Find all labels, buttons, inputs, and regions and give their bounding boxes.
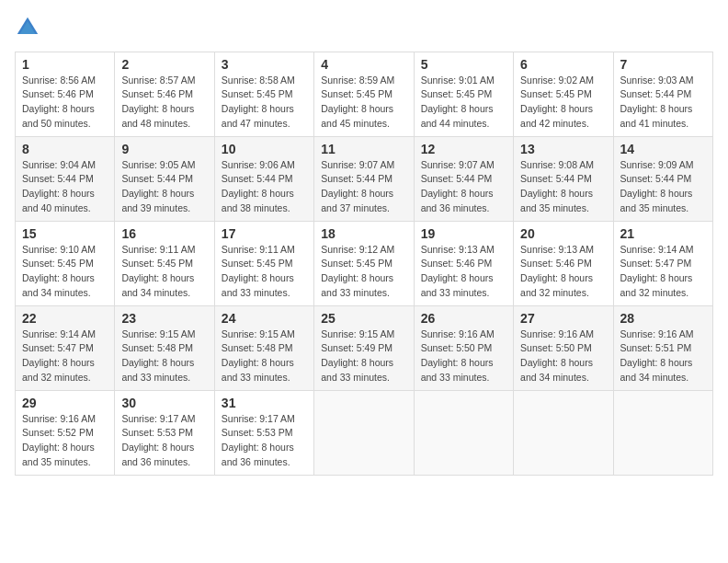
calendar-cell-1-5: 5Sunrise: 9:01 AMSunset: 5:45 PMDaylight… [414, 52, 513, 136]
day-number: 2 [121, 57, 207, 72]
day-number: 29 [22, 396, 108, 410]
day-number: 9 [121, 142, 207, 156]
day-info: Sunrise: 9:16 AMSunset: 5:52 PMDaylight:… [22, 412, 108, 470]
day-number: 6 [520, 57, 606, 72]
day-number: 28 [620, 311, 706, 326]
day-number: 13 [520, 142, 606, 156]
day-info: Sunrise: 9:13 AMSunset: 5:46 PMDaylight:… [421, 243, 506, 301]
day-info: Sunrise: 8:58 AMSunset: 5:45 PMDaylight:… [222, 74, 307, 132]
calendar-cell-2-1: 8Sunrise: 9:04 AMSunset: 5:44 PMDaylight… [16, 136, 115, 221]
calendar-cell-1-6: 6Sunrise: 9:02 AMSunset: 5:45 PMDaylight… [514, 52, 613, 136]
week-row-1: 1Sunrise: 8:56 AMSunset: 5:46 PMDaylight… [16, 52, 713, 136]
day-info: Sunrise: 9:03 AMSunset: 5:44 PMDaylight:… [620, 74, 706, 132]
day-info: Sunrise: 9:17 AMSunset: 5:53 PMDaylight:… [222, 412, 307, 470]
calendar-cell-4-7: 28Sunrise: 9:16 AMSunset: 5:51 PMDayligh… [613, 305, 712, 390]
calendar-cell-5-1: 29Sunrise: 9:16 AMSunset: 5:52 PMDayligh… [16, 390, 115, 475]
week-row-4: 22Sunrise: 9:14 AMSunset: 5:47 PMDayligh… [16, 305, 713, 390]
day-number: 1 [22, 57, 108, 72]
calendar-cell-3-4: 18Sunrise: 9:12 AMSunset: 5:45 PMDayligh… [314, 221, 414, 305]
calendar-cell-2-6: 13Sunrise: 9:08 AMSunset: 5:44 PMDayligh… [514, 136, 613, 221]
calendar-cell-1-1: 1Sunrise: 8:56 AMSunset: 5:46 PMDaylight… [16, 52, 115, 136]
day-info: Sunrise: 9:11 AMSunset: 5:45 PMDaylight:… [121, 243, 207, 301]
calendar-cell-1-4: 4Sunrise: 8:59 AMSunset: 5:45 PMDaylight… [314, 52, 414, 136]
day-number: 31 [222, 396, 307, 410]
day-info: Sunrise: 9:14 AMSunset: 5:47 PMDaylight:… [22, 327, 108, 385]
calendar-cell-5-2: 30Sunrise: 9:17 AMSunset: 5:53 PMDayligh… [115, 390, 214, 475]
day-number: 14 [620, 142, 706, 156]
day-number: 16 [121, 226, 207, 241]
calendar-cell-4-5: 26Sunrise: 9:16 AMSunset: 5:50 PMDayligh… [414, 305, 513, 390]
calendar-cell-4-6: 27Sunrise: 9:16 AMSunset: 5:50 PMDayligh… [514, 305, 613, 390]
logo [15, 15, 44, 40]
week-row-5: 29Sunrise: 9:16 AMSunset: 5:52 PMDayligh… [16, 390, 713, 475]
day-info: Sunrise: 8:59 AMSunset: 5:45 PMDaylight:… [321, 74, 406, 132]
day-info: Sunrise: 9:15 AMSunset: 5:48 PMDaylight:… [121, 327, 207, 385]
day-info: Sunrise: 8:57 AMSunset: 5:46 PMDaylight:… [121, 74, 207, 132]
day-info: Sunrise: 8:56 AMSunset: 5:46 PMDaylight:… [22, 74, 108, 132]
day-number: 26 [421, 311, 506, 326]
day-number: 19 [421, 226, 506, 241]
day-number: 22 [22, 311, 108, 326]
calendar-cell-3-7: 21Sunrise: 9:14 AMSunset: 5:47 PMDayligh… [613, 221, 712, 305]
calendar-cell-2-2: 9Sunrise: 9:05 AMSunset: 5:44 PMDaylight… [115, 136, 214, 221]
day-info: Sunrise: 9:17 AMSunset: 5:53 PMDaylight:… [121, 412, 207, 470]
calendar-cell-3-1: 15Sunrise: 9:10 AMSunset: 5:45 PMDayligh… [16, 221, 115, 305]
week-row-2: 8Sunrise: 9:04 AMSunset: 5:44 PMDaylight… [16, 136, 713, 221]
day-number: 24 [222, 311, 307, 326]
day-info: Sunrise: 9:16 AMSunset: 5:50 PMDaylight:… [421, 327, 506, 385]
calendar-cell-4-1: 22Sunrise: 9:14 AMSunset: 5:47 PMDayligh… [16, 305, 115, 390]
day-info: Sunrise: 9:05 AMSunset: 5:44 PMDaylight:… [121, 158, 207, 216]
day-number: 21 [620, 226, 706, 241]
day-info: Sunrise: 9:10 AMSunset: 5:45 PMDaylight:… [22, 243, 108, 301]
day-info: Sunrise: 9:11 AMSunset: 5:45 PMDaylight:… [222, 243, 307, 301]
day-number: 3 [222, 57, 307, 72]
calendar-cell-5-3: 31Sunrise: 9:17 AMSunset: 5:53 PMDayligh… [214, 390, 313, 475]
calendar-cell-5-5 [414, 390, 513, 475]
day-info: Sunrise: 9:04 AMSunset: 5:44 PMDaylight:… [22, 158, 108, 216]
day-info: Sunrise: 9:12 AMSunset: 5:45 PMDaylight:… [321, 243, 406, 301]
calendar-cell-5-7 [613, 390, 712, 475]
day-info: Sunrise: 9:15 AMSunset: 5:48 PMDaylight:… [222, 327, 307, 385]
day-number: 15 [22, 226, 108, 241]
calendar-cell-5-6 [514, 390, 613, 475]
calendar-table: 1Sunrise: 8:56 AMSunset: 5:46 PMDaylight… [15, 52, 713, 476]
calendar-cell-5-4 [314, 390, 414, 475]
calendar-cell-2-5: 12Sunrise: 9:07 AMSunset: 5:44 PMDayligh… [414, 136, 513, 221]
day-info: Sunrise: 9:06 AMSunset: 5:44 PMDaylight:… [222, 158, 307, 216]
calendar-cell-4-3: 24Sunrise: 9:15 AMSunset: 5:48 PMDayligh… [214, 305, 313, 390]
day-info: Sunrise: 9:14 AMSunset: 5:47 PMDaylight:… [620, 243, 706, 301]
day-info: Sunrise: 9:07 AMSunset: 5:44 PMDaylight:… [421, 158, 506, 216]
calendar-cell-3-5: 19Sunrise: 9:13 AMSunset: 5:46 PMDayligh… [414, 221, 513, 305]
calendar-cell-4-4: 25Sunrise: 9:15 AMSunset: 5:49 PMDayligh… [314, 305, 414, 390]
day-number: 10 [222, 142, 307, 156]
day-number: 18 [321, 226, 406, 241]
day-info: Sunrise: 9:01 AMSunset: 5:45 PMDaylight:… [421, 74, 506, 132]
calendar-cell-3-3: 17Sunrise: 9:11 AMSunset: 5:45 PMDayligh… [214, 221, 313, 305]
calendar-cell-1-3: 3Sunrise: 8:58 AMSunset: 5:45 PMDaylight… [214, 52, 313, 136]
day-info: Sunrise: 9:07 AMSunset: 5:44 PMDaylight:… [321, 158, 406, 216]
day-number: 4 [321, 57, 406, 72]
day-info: Sunrise: 9:13 AMSunset: 5:46 PMDaylight:… [520, 243, 606, 301]
calendar-cell-2-3: 10Sunrise: 9:06 AMSunset: 5:44 PMDayligh… [214, 136, 313, 221]
day-number: 5 [421, 57, 506, 72]
day-number: 7 [620, 57, 706, 72]
calendar-cell-3-6: 20Sunrise: 9:13 AMSunset: 5:46 PMDayligh… [514, 221, 613, 305]
day-number: 27 [520, 311, 606, 326]
calendar-cell-4-2: 23Sunrise: 9:15 AMSunset: 5:48 PMDayligh… [115, 305, 214, 390]
day-info: Sunrise: 9:02 AMSunset: 5:45 PMDaylight:… [520, 74, 606, 132]
day-number: 8 [22, 142, 108, 156]
day-number: 17 [222, 226, 307, 241]
page-header [15, 15, 713, 40]
calendar-cell-2-4: 11Sunrise: 9:07 AMSunset: 5:44 PMDayligh… [314, 136, 414, 221]
day-info: Sunrise: 9:15 AMSunset: 5:49 PMDaylight:… [321, 327, 406, 385]
day-number: 25 [321, 311, 406, 326]
day-number: 23 [121, 311, 207, 326]
calendar-cell-1-7: 7Sunrise: 9:03 AMSunset: 5:44 PMDaylight… [613, 52, 712, 136]
day-number: 11 [321, 142, 406, 156]
day-info: Sunrise: 9:16 AMSunset: 5:51 PMDaylight:… [620, 327, 706, 385]
day-info: Sunrise: 9:09 AMSunset: 5:44 PMDaylight:… [620, 158, 706, 216]
calendar-cell-2-7: 14Sunrise: 9:09 AMSunset: 5:44 PMDayligh… [613, 136, 712, 221]
day-info: Sunrise: 9:16 AMSunset: 5:50 PMDaylight:… [520, 327, 606, 385]
logo-icon [15, 15, 40, 40]
day-info: Sunrise: 9:08 AMSunset: 5:44 PMDaylight:… [520, 158, 606, 216]
